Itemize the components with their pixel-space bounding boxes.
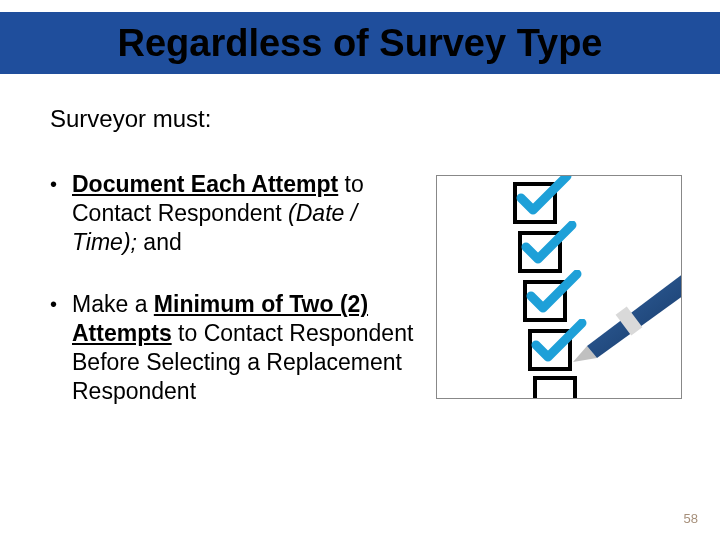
checkbox-icon <box>513 182 557 224</box>
text-run: Make a <box>72 291 154 317</box>
bullet-item: • Document Each Attempt to Contact Respo… <box>50 170 420 256</box>
bullet-marker-icon: • <box>50 290 72 405</box>
checkbox-icon <box>528 329 572 371</box>
page-number: 58 <box>684 511 698 526</box>
bullet-item: • Make a Minimum of Two (2) Attempts to … <box>50 290 420 405</box>
pen-icon <box>567 246 682 399</box>
text-run: and <box>137 229 182 255</box>
slide: Regardless of Survey Type Surveyor must:… <box>0 0 720 540</box>
text-run: Document Each Attempt <box>72 171 338 197</box>
checkbox-icon <box>518 231 562 273</box>
checkbox-icon <box>523 280 567 322</box>
bullet-text: Document Each Attempt to Contact Respond… <box>72 170 420 256</box>
bullet-list: • Document Each Attempt to Contact Respo… <box>50 170 420 439</box>
bullet-marker-icon: • <box>50 170 72 256</box>
slide-title: Regardless of Survey Type <box>0 12 720 74</box>
subheading: Surveyor must: <box>50 105 211 133</box>
bullet-text: Make a Minimum of Two (2) Attempts to Co… <box>72 290 420 405</box>
checklist-image <box>436 175 682 399</box>
